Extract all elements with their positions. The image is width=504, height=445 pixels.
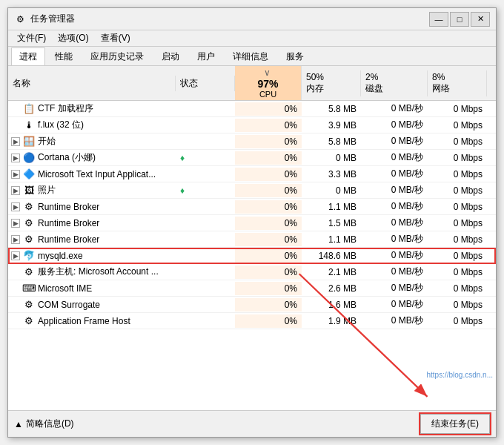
expand-button[interactable]: ▶ [11, 219, 20, 228]
table-row[interactable]: ⌨Microsoft IME0%2.6 MB0 MB/秒0 Mbps [8, 280, 496, 297]
menu-view[interactable]: 查看(V) [95, 30, 136, 46]
table-container: 名称 状态 ∨ 97% CPU 50% 内存 2% 磁盘 8% 网络 📋CT [8, 66, 496, 410]
process-icon: 📋 [23, 103, 35, 115]
process-name: f.lux (32 位) [38, 119, 84, 131]
tab-processes[interactable]: 进程 [11, 47, 45, 65]
table-row[interactable]: ▶🐬mysqld.exe0%148.6 MB0 MB/秒0 Mbps [8, 248, 496, 264]
minimize-button[interactable]: — [429, 12, 448, 27]
cpu-value: 0% [235, 314, 302, 328]
process-name: CTF 加载程序 [38, 102, 93, 115]
expand-button[interactable]: ▶ [11, 251, 20, 260]
table-row[interactable]: ▶⚙Runtime Broker0%1.1 MB0 MB/秒0 Mbps [8, 231, 496, 248]
status-cell [176, 222, 235, 225]
disk-value: 0 MB/秒 [361, 166, 428, 182]
process-icon: 🔷 [23, 168, 35, 180]
process-name: Microsoft Text Input Applicat... [38, 169, 156, 179]
table-row[interactable]: ▶🪟开始0%5.8 MB0 MB/秒0 Mbps [8, 134, 496, 150]
process-icon: 🌡 [23, 119, 35, 131]
tab-performance[interactable]: 性能 [47, 47, 81, 65]
tab-app-history[interactable]: 应用历史记录 [82, 47, 152, 65]
disk-value: 0 MB/秒 [361, 182, 428, 198]
status-cell [176, 108, 235, 111]
cpu-value: 0% [235, 184, 302, 197]
process-name: Runtime Broker [38, 234, 99, 245]
disk-value: 0 MB/秒 [361, 231, 428, 247]
disk-value: 0 MB/秒 [361, 280, 428, 296]
process-name: Runtime Broker [38, 218, 99, 228]
disk-value: 0 MB/秒 [361, 264, 428, 280]
table-row[interactable]: ⚙COM Surrogate0%1.6 MB0 MB/秒0 Mbps [8, 297, 496, 313]
cpu-value: 0% [235, 217, 302, 230]
process-icon: ⚙ [23, 315, 35, 327]
table-row[interactable]: 📋CTF 加载程序0%5.8 MB0 MB/秒0 Mbps [8, 101, 496, 117]
disk-value: 0 MB/秒 [361, 117, 428, 133]
cpu-value: 0% [235, 282, 302, 295]
memory-value: 3.3 MB [302, 168, 361, 181]
network-value: 0 Mbps [428, 168, 487, 181]
sort-arrow-icon: ∨ [264, 67, 271, 78]
app-icon: ⚙ [14, 13, 26, 25]
col-status[interactable]: 状态 [176, 76, 235, 91]
table-row[interactable]: ▶⚙Runtime Broker0%1.5 MB0 MB/秒0 Mbps [8, 215, 496, 231]
col-name[interactable]: 名称 [8, 76, 176, 91]
network-value: 0 Mbps [428, 151, 487, 165]
window-controls: — □ ✕ [429, 12, 490, 27]
table-row[interactable]: ⚙Application Frame Host0%1.9 MB0 MB/秒0 M… [8, 313, 496, 329]
process-icon: ⚙ [23, 266, 35, 278]
table-body: 📋CTF 加载程序0%5.8 MB0 MB/秒0 Mbps🌡f.lux (32 … [8, 101, 496, 410]
table-row[interactable]: 🌡f.lux (32 位)0%3.9 MB0 MB/秒0 Mbps [8, 117, 496, 134]
expand-button[interactable]: ▶ [11, 137, 20, 146]
process-name: 照片 [38, 184, 56, 197]
cpu-percent: 97% [257, 78, 278, 90]
expand-button[interactable]: ▶ [11, 154, 20, 162]
expand-button[interactable]: ▶ [11, 202, 20, 211]
table-row[interactable]: ▶🔵Cortana (小娜)♦0%0 MB0 MB/秒0 Mbps [8, 150, 496, 166]
menu-options[interactable]: 选项(O) [52, 30, 94, 46]
col-memory[interactable]: 50% 内存 [302, 70, 361, 96]
table-row[interactable]: ▶⚙Runtime Broker0%1.1 MB0 MB/秒0 Mbps [8, 199, 496, 215]
memory-label: 内存 [306, 82, 356, 95]
cpu-label: CPU [259, 90, 276, 99]
expand-button[interactable]: ▶ [11, 186, 20, 195]
close-button[interactable]: ✕ [471, 12, 490, 27]
memory-value: 1.9 MB [302, 314, 361, 328]
summary-toggle[interactable]: ▲ 简略信息(D) [14, 418, 74, 430]
process-icon: 🔵 [23, 152, 35, 164]
menu-bar: 文件(F) 选项(O) 查看(V) [8, 30, 496, 47]
status-cell [176, 205, 235, 208]
status-cell [176, 238, 235, 241]
tab-users[interactable]: 用户 [189, 47, 223, 65]
network-value: 0 Mbps [428, 184, 487, 197]
disk-value: 0 MB/秒 [361, 134, 428, 149]
tab-details[interactable]: 详细信息 [225, 47, 276, 65]
status-cell: ♦ [176, 151, 235, 165]
network-label: 网络 [432, 82, 482, 95]
tab-services[interactable]: 服务 [278, 47, 312, 65]
process-name: 服务主机: Microsoft Account ... [38, 266, 159, 278]
network-value: 0 Mbps [428, 119, 487, 132]
status-cell [176, 271, 235, 274]
cpu-value: 0% [235, 249, 302, 263]
col-cpu[interactable]: ∨ 97% CPU [235, 66, 302, 100]
disk-value: 0 MB/秒 [361, 215, 428, 231]
end-task-button[interactable]: 结束任务(E) [420, 414, 490, 434]
disk-pct: 2% [365, 72, 422, 82]
cpu-value: 0% [235, 266, 302, 279]
process-icon: 🐬 [23, 250, 35, 262]
memory-value: 1.6 MB [302, 298, 361, 312]
expand-button[interactable]: ▶ [11, 235, 20, 244]
network-value: 0 Mbps [428, 102, 487, 116]
col-network[interactable]: 8% 网络 [428, 70, 487, 96]
memory-value: 0 MB [302, 184, 361, 197]
table-row[interactable]: ▶🖼照片♦0%0 MB0 MB/秒0 Mbps [8, 182, 496, 199]
maximize-button[interactable]: □ [450, 12, 469, 27]
disk-value: 0 MB/秒 [361, 248, 428, 263]
table-row[interactable]: ⚙服务主机: Microsoft Account ...0%2.1 MB0 MB… [8, 264, 496, 280]
menu-file[interactable]: 文件(F) [11, 30, 52, 46]
tab-startup[interactable]: 启动 [153, 47, 188, 65]
table-row[interactable]: ▶🔷Microsoft Text Input Applicat...0%3.3 … [8, 166, 496, 182]
expand-button[interactable]: ▶ [11, 170, 20, 179]
cpu-value: 0% [235, 102, 302, 116]
col-disk[interactable]: 2% 磁盘 [361, 70, 428, 96]
memory-value: 5.8 MB [302, 102, 361, 116]
